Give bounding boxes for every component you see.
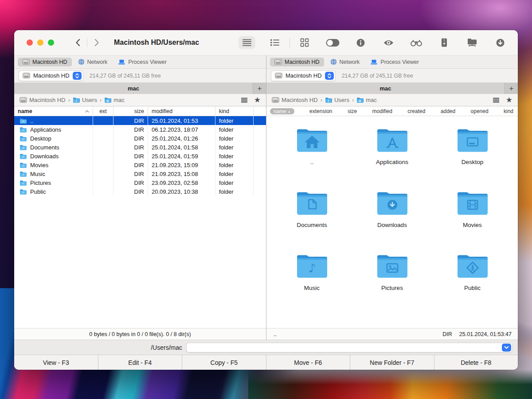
column-header-extension[interactable]: extension	[309, 108, 332, 114]
archive-icon[interactable]	[436, 36, 452, 49]
grid-item-applications[interactable]: Applications	[352, 127, 432, 190]
list-view-icon[interactable]	[239, 36, 255, 49]
command-input[interactable]	[186, 343, 512, 352]
column-header-created[interactable]: created	[407, 108, 425, 114]
command-input-wrap	[186, 343, 512, 352]
drive-select-chevrons-icon[interactable]	[73, 72, 82, 80]
column-header-name[interactable]: name▲	[270, 108, 294, 114]
detail-view-icon[interactable]	[267, 36, 283, 49]
breadcrumb-mac[interactable]: mac	[356, 97, 377, 103]
folder-tab-mac[interactable]: mac	[266, 83, 505, 94]
eye-icon[interactable]	[380, 36, 396, 49]
globe-icon	[330, 59, 337, 65]
drive-icon	[20, 97, 27, 103]
breadcrumb-users[interactable]: Users	[325, 97, 349, 103]
column-header-kind[interactable]: kind	[504, 108, 513, 114]
column-header-opened[interactable]: opened	[471, 108, 489, 114]
folder-home-icon	[356, 97, 364, 103]
fkey-f6[interactable]: Move - F6	[266, 355, 350, 370]
network-folder-icon[interactable]	[464, 36, 480, 49]
breadcrumb-macintosh-hd[interactable]: Macintosh HD	[272, 97, 318, 103]
download-icon[interactable]	[492, 36, 508, 49]
function-key-bar: View - F3Edit - F4Copy - F5Move - F6New …	[14, 355, 518, 370]
folder-download-icon	[376, 190, 409, 216]
add-tab-button[interactable]: +	[253, 83, 266, 94]
file-row-parent[interactable]: .. DIR 25.01.2024, 01:53 folder	[14, 116, 266, 125]
favorites-star-icon[interactable]: ★	[506, 96, 512, 104]
grid-item-desktop[interactable]: Desktop	[432, 127, 512, 190]
file-row-movies[interactable]: Movies DIR 21.09.2023, 15:09 folder	[14, 160, 266, 169]
file-row-desktop[interactable]: Desktop DIR 25.01.2024, 01:26 folder	[14, 134, 266, 143]
pane-tab-network[interactable]: Network	[74, 57, 112, 66]
forward-button[interactable]	[90, 37, 103, 48]
favorites-star-icon[interactable]: ★	[254, 96, 261, 104]
column-header-size[interactable]: size	[113, 106, 148, 116]
drive-select[interactable]: Macintosh HD	[19, 70, 83, 81]
mini-folder-icon	[20, 127, 27, 133]
folder-tab-mac[interactable]: mac	[14, 83, 253, 94]
info-icon[interactable]	[352, 36, 368, 49]
grid-item-movies[interactable]: Movies	[432, 190, 512, 253]
pane-tab-process-viewer[interactable]: Process Viewer	[366, 58, 423, 66]
zoom-window-button[interactable]	[48, 39, 54, 46]
breadcrumb-users[interactable]: Users	[73, 97, 97, 103]
mini-folder-icon	[20, 153, 27, 159]
fkey-f7[interactable]: New Folder - F7	[350, 355, 434, 370]
left-folder-tabbar: mac +	[14, 83, 266, 94]
grid-item-documents[interactable]: Documents	[272, 190, 352, 253]
breadcrumb-macintosh-hd[interactable]: Macintosh HD	[20, 97, 66, 103]
grid-item-pictures[interactable]: Pictures	[352, 253, 432, 316]
dual-panes: Macintosh HDNetworkProcess Viewer Macint…	[14, 55, 518, 340]
command-history-dropdown-button[interactable]	[502, 344, 511, 352]
column-header-name[interactable]: name	[14, 106, 93, 116]
grid-item-music[interactable]: ♪ Music	[272, 253, 352, 316]
pane-tab-macintosh-hd[interactable]: Macintosh HD	[18, 58, 72, 66]
column-header-ext[interactable]: ext	[93, 106, 113, 116]
toggle-icon[interactable]	[325, 36, 340, 49]
pane-view-list-icon[interactable]	[493, 98, 500, 103]
grid-view-icon[interactable]	[297, 36, 313, 49]
drive-select-chevrons-icon[interactable]	[325, 72, 334, 80]
column-header-kind[interactable]: kind	[215, 106, 254, 116]
close-window-button[interactable]	[27, 39, 33, 46]
column-header-modified[interactable]: modified	[148, 106, 215, 116]
pane-tab-macintosh-hd[interactable]: Macintosh HD	[270, 58, 324, 66]
file-row-applications[interactable]: Applications DIR 06.12.2023, 18:07 folde…	[14, 125, 266, 134]
laptop-icon	[118, 59, 125, 65]
column-header-size[interactable]: size	[348, 108, 357, 114]
file-row-public[interactable]: Public DIR 20.09.2023, 10:38 folder	[14, 187, 266, 196]
fkey-f3[interactable]: View - F3	[14, 355, 98, 370]
back-button[interactable]	[71, 37, 84, 48]
free-space-text: 214,27 GB of 245,11 GB free	[90, 73, 161, 79]
mini-folder-icon	[20, 118, 27, 124]
left-pane: Macintosh HDNetworkProcess Viewer Macint…	[14, 55, 266, 340]
grid-item-parent[interactable]: ..	[272, 127, 352, 190]
wallpaper-bottom-strip	[248, 370, 532, 399]
grid-item-public[interactable]: Public	[432, 253, 512, 316]
fkey-f8[interactable]: Delete - F8	[434, 355, 518, 370]
breadcrumb-mac[interactable]: mac	[104, 97, 125, 103]
pane-tab-process-viewer[interactable]: Process Viewer	[113, 58, 171, 66]
drive-select[interactable]: Macintosh HD	[271, 70, 336, 81]
column-header-added[interactable]: added	[441, 108, 455, 114]
fkey-f5[interactable]: Copy - F5	[182, 355, 266, 370]
grid-item-downloads[interactable]: Downloads	[352, 190, 432, 253]
file-row-pictures[interactable]: Pictures DIR 23.09.2023, 02:58 folder	[14, 178, 266, 187]
file-row-music[interactable]: Music DIR 21.09.2023, 15:08 folder	[14, 169, 266, 178]
minimize-window-button[interactable]	[37, 39, 43, 46]
binoculars-icon[interactable]	[408, 36, 424, 49]
file-row-downloads[interactable]: Downloads DIR 25.01.2024, 01:59 folder	[14, 152, 266, 160]
column-header-modified[interactable]: modified	[372, 108, 392, 114]
pane-tab-network[interactable]: Network	[326, 57, 364, 66]
file-row-documents[interactable]: Documents DIR 25.01.2024, 01:58 folder	[14, 143, 266, 152]
right-drive-row: Macintosh HD 214,27 GB of 245,11 GB free	[266, 69, 518, 83]
fkey-f4[interactable]: Edit - F4	[98, 355, 182, 370]
right-status-name: ..	[274, 331, 277, 337]
folder-users-icon	[325, 97, 332, 103]
drive-icon	[272, 97, 279, 103]
breadcrumb-separator: ›	[352, 97, 354, 103]
left-breadcrumb-row: Macintosh HD›Users›mac ★	[14, 94, 266, 106]
add-tab-button[interactable]: +	[505, 83, 518, 94]
left-file-list: .. DIR 25.01.2024, 01:53 folder Applicat…	[14, 116, 266, 328]
pane-view-list-icon[interactable]	[241, 98, 248, 103]
